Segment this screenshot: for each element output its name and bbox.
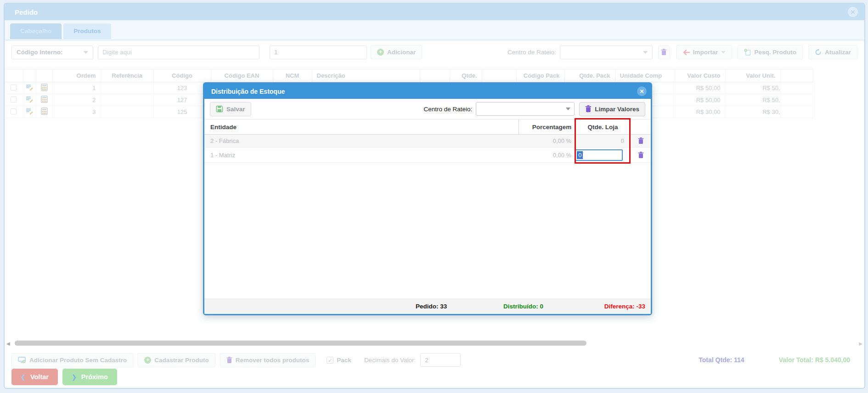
scroll-left-icon[interactable]: ◀ bbox=[6, 341, 10, 346]
back-button[interactable]: ❮ Voltar bbox=[11, 369, 58, 385]
import-arrow-icon bbox=[683, 50, 690, 55]
wizard-nav: ❮ Voltar ❯ Próximo bbox=[11, 369, 117, 387]
col-valor-custo: Valor Custo bbox=[675, 69, 725, 82]
selected-text: 0 bbox=[577, 151, 583, 159]
cell-valor-custo: R$ 50,00 bbox=[675, 82, 725, 94]
modal-footer: Pedido: 33 Distribuído: 0 Diferença: -33 bbox=[204, 299, 651, 314]
cell-ordem: 3 bbox=[52, 106, 101, 118]
code-type-label: Código Interno: bbox=[17, 49, 62, 56]
search-product-button[interactable]: Pesq. Produto bbox=[738, 45, 803, 59]
trash-icon bbox=[585, 105, 592, 113]
qtde-loja-input[interactable]: 0 bbox=[575, 149, 623, 161]
pack-label: Pack bbox=[337, 357, 351, 364]
next-button[interactable]: ❯ Próximo bbox=[62, 369, 117, 385]
table-header-row: Ordem Referência Código Código EAN NCM D… bbox=[5, 69, 813, 82]
modal-toolbar: Salvar Centro de Rateio: Limpar Valores bbox=[204, 99, 651, 119]
decimals-label: Decimais do Valor: bbox=[364, 357, 416, 364]
save-button[interactable]: Salvar bbox=[210, 102, 251, 116]
col-ncm: NCM bbox=[273, 69, 312, 82]
row-checkbox[interactable] bbox=[11, 108, 17, 114]
rateio-select[interactable] bbox=[560, 46, 653, 59]
chevron-down-icon bbox=[566, 108, 570, 110]
code-type-select[interactable]: Código Interno: bbox=[11, 46, 93, 59]
quantity-input[interactable] bbox=[270, 46, 367, 59]
product-box-icon bbox=[744, 49, 751, 56]
calculator-icon[interactable] bbox=[41, 108, 48, 115]
select-all-column bbox=[5, 69, 23, 82]
plus-icon: + bbox=[377, 49, 384, 56]
trash-icon bbox=[226, 357, 232, 364]
trash-icon bbox=[661, 49, 667, 56]
distribution-row: 2 - Fábrica 0,00 % 0 bbox=[204, 135, 651, 148]
col-unidade: Unidade Comp bbox=[615, 69, 675, 82]
totals: Total Qtde: 114 Valor Total: R$ 5.040,00 bbox=[699, 356, 857, 364]
bottom-toolbar: Adicionar Produto Sem Cadastro + Cadastr… bbox=[5, 350, 864, 370]
window-title: Pedido bbox=[5, 8, 38, 16]
distribution-header-row: Entidade Porcentagem Qtde. Loja bbox=[204, 119, 651, 135]
cell-valor-custo: R$ 30,00 bbox=[675, 106, 725, 118]
row-checkbox[interactable] bbox=[11, 85, 17, 91]
cell-qtde-loja: 0 bbox=[575, 137, 631, 144]
col-entidade: Entidade bbox=[204, 124, 519, 131]
col-qtde: Qtde. bbox=[450, 69, 482, 82]
decimals-input[interactable] bbox=[420, 353, 461, 367]
tab-cabecalho[interactable]: Cabeçalho bbox=[10, 23, 62, 39]
tab-produtos[interactable]: Produtos bbox=[63, 23, 111, 39]
window-close-icon[interactable]: ✕ bbox=[848, 7, 858, 17]
cell-valor-unit: R$ 50, bbox=[725, 82, 780, 94]
plus-icon: + bbox=[144, 357, 151, 364]
footer-pedido: Pedido: 33 bbox=[416, 303, 447, 310]
stock-distribution-modal: Distribuição de Estoque ✕ Salvar Centro … bbox=[203, 82, 652, 315]
row-checkbox[interactable] bbox=[11, 97, 17, 103]
cell-entidade: 1 - Matriz bbox=[204, 152, 519, 159]
pack-checkbox[interactable]: ✓ Pack bbox=[327, 357, 351, 364]
chevron-right-icon: ❯ bbox=[72, 374, 77, 381]
tab-bar: Cabeçalho Produtos bbox=[5, 20, 864, 41]
col-codigo: Código bbox=[153, 69, 211, 82]
horizontal-scrollbar: ◀ ▶ bbox=[6, 341, 862, 347]
cell-porcentagem: 0,00 % bbox=[519, 135, 575, 147]
modal-close-icon[interactable]: ✕ bbox=[637, 86, 647, 96]
add-product-no-register-button[interactable]: Adicionar Produto Sem Cadastro bbox=[11, 353, 133, 367]
cell-codigo: 125 bbox=[153, 106, 211, 118]
edit-icon[interactable] bbox=[26, 108, 33, 115]
col-referencia: Referência bbox=[101, 69, 153, 82]
add-product-button[interactable]: + Adicionar bbox=[371, 45, 422, 59]
chevron-down-icon bbox=[643, 51, 648, 54]
footer-distribuido: Distribuído: 0 bbox=[503, 303, 543, 310]
footer-diferenca: Diferença: -33 bbox=[604, 303, 645, 310]
modal-rateio-label: Centro de Rateio: bbox=[423, 106, 472, 113]
col-valor-unit: Valor Unit. bbox=[725, 69, 780, 82]
total-value: Valor Total: R$ 5.040,00 bbox=[779, 356, 850, 364]
edit-icon[interactable] bbox=[26, 96, 33, 103]
scroll-right-icon[interactable]: ▶ bbox=[859, 341, 862, 346]
calculator-icon[interactable] bbox=[41, 96, 48, 103]
col-ordem: Ordem bbox=[52, 69, 101, 82]
modal-rateio-select[interactable] bbox=[476, 102, 575, 116]
cell-ordem: 1 bbox=[52, 82, 101, 94]
calculator-icon[interactable] bbox=[41, 84, 48, 91]
cell-porcentagem: 0,00 % bbox=[519, 148, 575, 162]
edit-icon[interactable] bbox=[26, 84, 33, 91]
window-titlebar: Pedido ✕ bbox=[5, 4, 864, 20]
chevron-left-icon: ❮ bbox=[21, 374, 26, 381]
cell-valor-unit: R$ 30, bbox=[725, 106, 780, 118]
refresh-button[interactable]: Atualizar bbox=[808, 45, 857, 59]
trash-icon[interactable] bbox=[638, 152, 644, 159]
import-button[interactable]: Importar bbox=[676, 45, 733, 59]
chevron-down-icon bbox=[721, 51, 726, 54]
product-search-input[interactable] bbox=[98, 46, 259, 59]
clear-rateio-button[interactable] bbox=[658, 46, 670, 59]
monitor-plus-icon bbox=[18, 357, 26, 364]
cell-ordem: 2 bbox=[52, 94, 101, 106]
col-qtde-loja: Qtde. Loja bbox=[575, 120, 631, 134]
total-qty: Total Qtde: 114 bbox=[699, 356, 744, 364]
distribution-table: Entidade Porcentagem Qtde. Loja 2 - Fábr… bbox=[204, 119, 651, 163]
clear-values-button[interactable]: Limpar Valores bbox=[579, 102, 645, 116]
modal-title: Distribuição de Estoque bbox=[204, 88, 285, 95]
col-codigo-ean: Código EAN bbox=[211, 69, 273, 82]
register-product-button[interactable]: + Cadastrar Produto bbox=[138, 353, 215, 367]
remove-all-products-button[interactable]: Remover todos produtos bbox=[220, 353, 316, 367]
trash-icon[interactable] bbox=[638, 137, 644, 144]
scrollbar-thumb[interactable] bbox=[15, 341, 586, 346]
